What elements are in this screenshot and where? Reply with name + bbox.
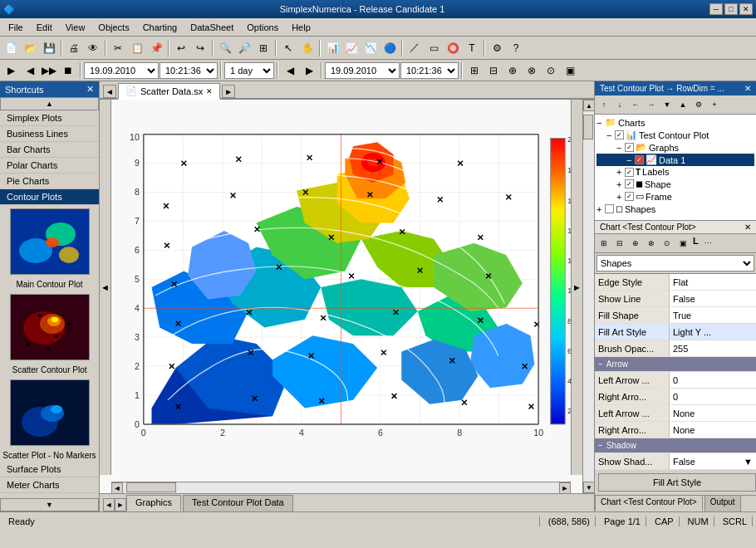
bottom-tab-nav-right[interactable]: ► — [115, 498, 126, 511]
props-type-dropdown[interactable]: Shapes — [596, 255, 754, 272]
toolbar-ellipse[interactable]: ⭕ — [444, 39, 462, 57]
close-window-button[interactable]: ✕ — [739, 3, 753, 15]
toolbar-play[interactable]: ▶ — [2, 61, 20, 80]
toolbar-rect[interactable]: ▭ — [425, 39, 443, 57]
props-btn4[interactable]: ⊗ — [644, 236, 659, 251]
thumbnail-scatter-no-marker[interactable] — [10, 379, 90, 446]
props-btn1[interactable]: ⊞ — [596, 236, 611, 251]
props-btn8[interactable]: ⋯ — [701, 236, 716, 251]
sidebar-scroll-down[interactable]: ▼ — [0, 498, 99, 511]
toolbar-chart[interactable]: 📊 — [323, 39, 341, 57]
toolbar-redo[interactable]: ↪ — [191, 39, 209, 57]
toolbar-print[interactable]: 🖨 — [65, 39, 83, 57]
sidebar-item-surface[interactable]: Surface Plots — [0, 462, 99, 477]
rp-btn1[interactable]: ↑ — [596, 97, 611, 112]
chart-nav-right[interactable]: ► — [571, 100, 582, 475]
fill-art-style-button[interactable]: Fill Art Style — [598, 473, 756, 492]
hscroll-track[interactable] — [123, 482, 559, 493]
menu-objects[interactable]: Objects — [91, 18, 135, 36]
toolbar-zoom-out[interactable]: 🔎 — [235, 39, 253, 57]
props-btn3[interactable]: ⊕ — [628, 236, 643, 251]
rp-btn4[interactable]: → — [644, 97, 659, 112]
tree-check-frame[interactable]: ✓ — [625, 192, 634, 201]
toolbar-new[interactable]: 📄 — [2, 39, 20, 57]
sidebar-item-polar[interactable]: Polar Charts — [0, 158, 99, 174]
props-value-show-line[interactable]: False — [670, 291, 756, 306]
tree-expand-graphs[interactable]: − — [616, 143, 623, 153]
tree-expand-test-contour[interactable]: − — [606, 130, 613, 140]
rp-btn7[interactable]: ⚙ — [691, 97, 706, 112]
maximize-button[interactable]: □ — [724, 3, 738, 15]
shadow-section-expand[interactable]: − — [598, 441, 603, 450]
toolbar-paste[interactable]: 📌 — [147, 39, 165, 57]
props-btn7[interactable]: L — [691, 236, 700, 251]
rp-btn6[interactable]: ▲ — [675, 97, 690, 112]
sidebar-item-contour[interactable]: Contour Plots — [0, 189, 99, 205]
datetime2-combo[interactable]: 19.09.2010 — [325, 62, 400, 79]
toolbar-stop[interactable]: ⏹ — [59, 61, 77, 80]
tree-item-shapes[interactable]: + ◻ Shapes — [596, 203, 754, 215]
tree-expand-shape[interactable]: + — [616, 179, 623, 189]
minimize-button[interactable]: ─ — [709, 3, 723, 15]
toolbar-settings[interactable]: ⚙ — [488, 39, 506, 57]
toolbar-extra6[interactable]: ▣ — [561, 61, 579, 80]
props-value-edge-style[interactable]: Flat — [670, 274, 756, 290]
datetime1-combo[interactable]: 19.09.2010 — [84, 62, 159, 79]
arrow-section-expand[interactable]: − — [598, 360, 603, 369]
tree-check-shape[interactable]: ✓ — [625, 179, 634, 188]
tree-check-labels[interactable]: ✓ — [625, 168, 634, 177]
menu-view[interactable]: View — [59, 18, 92, 36]
props-btn5[interactable]: ⊙ — [660, 236, 675, 251]
toolbar-graph[interactable]: 📉 — [361, 39, 380, 57]
toolbar-help-btn[interactable]: ? — [507, 39, 525, 57]
rp-btn8[interactable]: + — [707, 97, 722, 112]
tree-item-shape[interactable]: + ✓ ◼ Shape — [596, 178, 754, 190]
props-value-brush-opac[interactable]: 255 — [670, 340, 756, 356]
toolbar-extra4[interactable]: ⊗ — [523, 61, 541, 80]
tree-expand-data1[interactable]: − — [626, 155, 633, 165]
time2-combo[interactable]: 10:21:36 — [400, 62, 459, 79]
show-shadow-dropdown-arrow[interactable]: ▼ — [744, 457, 753, 467]
vscroll-thumb[interactable] — [583, 115, 593, 139]
tree-item-frame[interactable]: + ✓ ▭ Frame — [596, 190, 754, 203]
props-value-right-arrow2[interactable]: None — [670, 422, 756, 438]
toolbar-pan[interactable]: ✋ — [298, 39, 317, 57]
tree-expand-charts[interactable]: − — [596, 118, 603, 128]
menu-edit[interactable]: Edit — [30, 18, 59, 36]
tab-nav-left[interactable]: ◄ — [103, 85, 116, 98]
props-value-left-arrow2[interactable]: None — [670, 405, 756, 421]
time1-combo[interactable]: 10:21:36 — [160, 62, 218, 79]
tree-check-test-contour[interactable]: ✓ — [615, 130, 624, 139]
toolbar-step-back[interactable]: ◀ — [21, 61, 39, 80]
rp-btn2[interactable]: ↓ — [612, 97, 627, 112]
tree-item-test-contour[interactable]: − ✓ 📊 Test Contour Plot — [596, 129, 754, 141]
props-value-right-arrow1[interactable]: 0 — [670, 389, 756, 404]
thumbnail-scatter-contour[interactable] — [10, 294, 90, 360]
sidebar-item-business[interactable]: Business Lines — [0, 126, 99, 142]
sidebar-scroll-up[interactable]: ▲ — [0, 97, 99, 110]
tab-nav-right[interactable]: ► — [222, 85, 235, 98]
props-value-left-arrow1[interactable]: 0 — [670, 372, 756, 388]
props-btn6[interactable]: ▣ — [675, 236, 690, 251]
chart-nav-left[interactable]: ◄ — [100, 100, 111, 475]
toolbar-undo[interactable]: ↩ — [172, 39, 190, 57]
hscroll-left[interactable]: ◄ — [111, 482, 123, 494]
menu-file[interactable]: File — [2, 18, 30, 36]
rp-btn5[interactable]: ▼ — [660, 97, 675, 112]
tree-item-data1[interactable]: − ✓ 📈 Data 1 — [596, 154, 754, 166]
props-close[interactable]: ✕ — [744, 223, 751, 232]
toolbar-data[interactable]: 📈 — [342, 39, 361, 57]
toolbar-open[interactable]: 📂 — [21, 39, 39, 57]
menu-options[interactable]: Options — [240, 18, 285, 36]
thumbnail-main-contour[interactable] — [10, 208, 90, 275]
menu-datasheet[interactable]: DataSheet — [184, 18, 240, 36]
toolbar-extra2[interactable]: ⊟ — [484, 61, 503, 80]
sidebar-close-button[interactable]: ✕ — [86, 84, 94, 95]
tree-item-graphs[interactable]: − ✓ 📂 Graphs — [596, 141, 754, 154]
sidebar-item-pie[interactable]: Pie Charts — [0, 174, 99, 189]
tree-item-labels[interactable]: + ✓ T Labels — [596, 166, 754, 178]
toolbar-text[interactable]: T — [463, 39, 481, 57]
tree-check-graphs[interactable]: ✓ — [625, 143, 634, 152]
toolbar-zoom-in[interactable]: 🔍 — [216, 39, 234, 57]
rp-btn3[interactable]: ← — [628, 97, 643, 112]
